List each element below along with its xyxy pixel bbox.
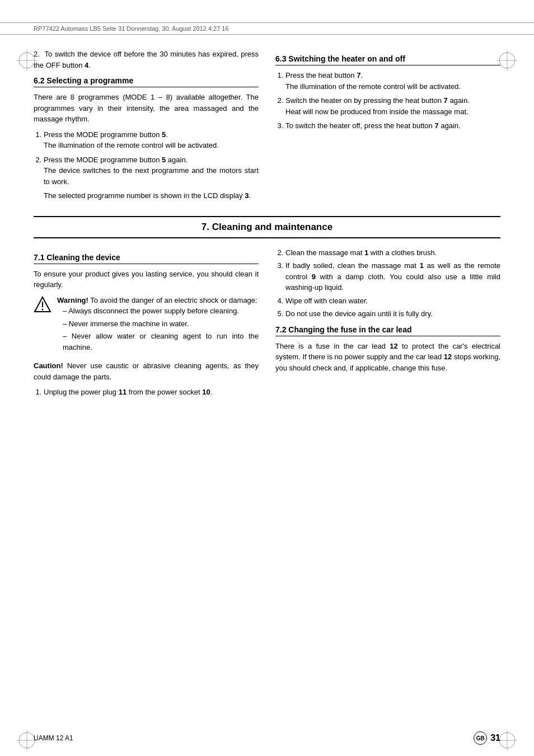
list-item: Wipe off with clean water. bbox=[285, 295, 500, 307]
warning-content: To avoid the danger of an electric shock… bbox=[90, 296, 257, 304]
section-6-2-heading: 6.2 Selecting a programme bbox=[34, 76, 259, 87]
content-area: 2. To switch the device off before the 3… bbox=[0, 37, 534, 414]
list-item: Always disconnect the power supply befor… bbox=[63, 306, 259, 317]
lower-two-col: 7.1 Cleaning the device To ensure your p… bbox=[34, 247, 500, 402]
warning-icon bbox=[34, 296, 51, 316]
reg-mark-tl bbox=[17, 50, 37, 71]
footer-right: GB 31 bbox=[474, 731, 500, 745]
section-6-3-steps: Press the heat button 7. The illuminatio… bbox=[275, 70, 500, 132]
sub-para: The illumination of the remote control w… bbox=[44, 140, 259, 151]
sub-para: Heat will now be produced from inside th… bbox=[285, 106, 500, 118]
list-item: Never immerse the machine in water. bbox=[63, 318, 259, 330]
section-6-3-heading: 6.3 Switching the heater on and off bbox=[275, 54, 500, 65]
list-item: To switch the heater off, press the heat… bbox=[285, 120, 500, 132]
warning-text: Warning! To avoid the danger of an elect… bbox=[57, 295, 259, 356]
list-item: Unplug the power plug 11 from the power … bbox=[44, 387, 259, 398]
major-section-heading: 7. Cleaning and maintenance bbox=[34, 216, 500, 238]
sub-para: The device switches to the next programm… bbox=[44, 165, 259, 187]
page: RP77422 Automass LB5 Seite 31 Donnerstag… bbox=[0, 22, 534, 756]
list-item: Press the MODE programme button 5. The i… bbox=[44, 129, 259, 151]
list-item: Press the MODE programme button 5 again.… bbox=[44, 154, 259, 201]
sub-para: The illumination of the remote control w… bbox=[285, 81, 500, 92]
footer-model: UAMM 12 A1 bbox=[34, 734, 73, 742]
caution-text: Caution! Never use caustic or abrasive c… bbox=[34, 360, 259, 382]
section-7-1-intro: To ensure your product gives you lasting… bbox=[34, 269, 259, 290]
footer: UAMM 12 A1 GB 31 bbox=[34, 731, 500, 745]
print-header: RP77422 Automass LB5 Seite 31 Donnerstag… bbox=[0, 22, 534, 35]
intro-step2: 2. To switch the device off before the 3… bbox=[34, 49, 259, 71]
list-item: If badly soiled, clean the massage mat 1… bbox=[285, 260, 500, 293]
bottom-left-column: 7.1 Cleaning the device To ensure your p… bbox=[34, 247, 259, 402]
warning-dash-list: Always disconnect the power supply befor… bbox=[57, 306, 259, 353]
reg-mark-tr bbox=[497, 50, 517, 71]
warning-block: Warning! To avoid the danger of an elect… bbox=[34, 295, 259, 356]
list-item: Press the heat button 7. The illuminatio… bbox=[285, 70, 500, 92]
section-7-1-heading: 7.1 Cleaning the device bbox=[34, 253, 259, 264]
section-7-2-heading: 7.2 Changing the fuse in the car lead bbox=[275, 325, 500, 336]
list-item: Do not use the device again until it is … bbox=[285, 308, 500, 320]
gb-badge: GB bbox=[474, 731, 487, 745]
caution-label: Caution! bbox=[34, 361, 63, 370]
print-header-text: RP77422 Automass LB5 Seite 31 Donnerstag… bbox=[34, 25, 229, 32]
caution-content: Never use caustic or abrasive cleaning a… bbox=[34, 361, 259, 381]
section-6-2-para: There are 8 programmes (MODE 1 – 8) avai… bbox=[34, 92, 259, 125]
list-item: Never allow water or cleaning agent to r… bbox=[63, 331, 259, 353]
list-item: Switch the heater on by pressing the hea… bbox=[285, 95, 500, 117]
svg-point-8 bbox=[42, 308, 44, 310]
left-column: 2. To switch the device off before the 3… bbox=[34, 49, 259, 206]
warning-label: Warning! bbox=[57, 296, 88, 304]
section-7-2-para: There is a fuse in the car lead 12 to pr… bbox=[275, 341, 500, 374]
upper-two-col: 2. To switch the device off before the 3… bbox=[34, 49, 500, 206]
sub-para: The selected programme number is shown i… bbox=[44, 190, 259, 201]
page-number: 31 bbox=[490, 733, 500, 743]
section-7-1-continued-steps: Clean the massage mat 1 with a clothes b… bbox=[275, 247, 500, 320]
list-item: Clean the massage mat 1 with a clothes b… bbox=[285, 247, 500, 259]
section-6-2-steps: Press the MODE programme button 5. The i… bbox=[34, 129, 259, 201]
right-column: 6.3 Switching the heater on and off Pres… bbox=[275, 49, 500, 206]
bottom-right-column: Clean the massage mat 1 with a clothes b… bbox=[275, 247, 500, 402]
section-7-1-steps: Unplug the power plug 11 from the power … bbox=[34, 387, 259, 398]
